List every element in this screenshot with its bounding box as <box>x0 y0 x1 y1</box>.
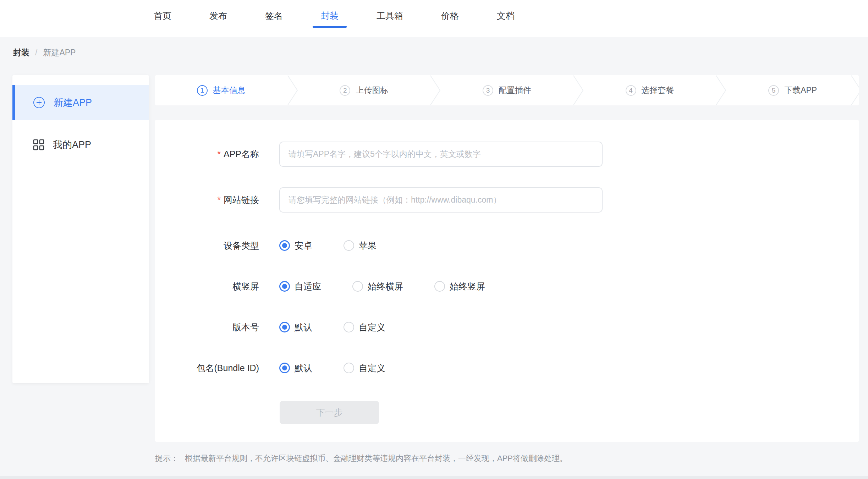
radio-unselected-icon <box>434 281 445 292</box>
form-row-orientation: 横竖屏 自适应 始终横屏 始终竖屏 <box>155 279 859 293</box>
radio-unselected-icon <box>344 240 354 251</box>
step-configure-plugins: 3 配置插件 <box>441 75 573 105</box>
form-row-device-type: 设备类型 安卓 苹果 <box>155 238 859 253</box>
form-row-app-name: *APP名称 <box>155 142 859 167</box>
radio-unselected-icon <box>344 322 354 332</box>
step-label: 下载APP <box>784 85 817 96</box>
sidebar-item-new-app[interactable]: 新建APP <box>12 85 149 120</box>
radio-option-version-default[interactable]: 默认 <box>279 321 312 333</box>
radio-label: 默认 <box>295 362 312 374</box>
step-number-badge: 2 <box>340 85 350 96</box>
radio-selected-icon <box>279 363 290 373</box>
step-label: 配置插件 <box>499 85 531 96</box>
form-row-site-url: *网站链接 <box>155 187 859 213</box>
nav-item-docs[interactable]: 文档 <box>497 10 515 37</box>
radio-label: 自定义 <box>359 321 385 333</box>
device-type-label: 设备类型 <box>155 240 259 252</box>
app-name-input[interactable] <box>279 142 603 167</box>
radio-option-bundle-custom[interactable]: 自定义 <box>344 362 385 374</box>
radio-option-android[interactable]: 安卓 <box>279 240 312 252</box>
radio-label: 始终横屏 <box>368 281 403 292</box>
radio-option-bundle-default[interactable]: 默认 <box>279 362 312 374</box>
step-label: 上传图标 <box>356 85 388 96</box>
radio-option-always-portrait[interactable]: 始终竖屏 <box>434 281 485 292</box>
chevron-right-icon <box>716 75 726 105</box>
sidebar-item-my-apps[interactable]: 我的APP <box>12 127 149 163</box>
radio-selected-icon <box>279 240 290 251</box>
plus-circle-icon <box>33 97 45 109</box>
required-asterisk: * <box>217 149 221 159</box>
form-row-bundle-id: 包名(Bundle ID) 默认 自定义 <box>155 361 859 375</box>
step-wizard: 1 基本信息 2 上传图标 3 配置插件 4 选择套餐 5 下载APP <box>155 75 859 105</box>
sidebar: 新建APP 我的APP <box>12 75 149 383</box>
radio-option-version-custom[interactable]: 自定义 <box>344 321 385 333</box>
breadcrumb-separator: / <box>35 48 37 57</box>
site-url-label: *网站链接 <box>155 194 259 206</box>
version-label: 版本号 <box>155 321 259 333</box>
step-label: 选择套餐 <box>642 85 674 96</box>
tip-text: 根据最新平台规则，不允许区块链虚拟币、金融理财类等违规内容在平台封装，一经发现，… <box>185 453 567 464</box>
nav-item-home[interactable]: 首页 <box>154 10 171 37</box>
chevron-right-icon <box>573 75 584 105</box>
nav-item-sign[interactable]: 签名 <box>265 10 283 37</box>
next-step-button[interactable]: 下一步 <box>280 401 379 424</box>
sidebar-item-label: 我的APP <box>53 138 91 151</box>
radio-selected-icon <box>279 281 290 292</box>
step-upload-icon: 2 上传图标 <box>298 75 430 105</box>
radio-label: 自定义 <box>359 362 385 374</box>
step-number-badge: 1 <box>197 85 208 96</box>
radio-option-adaptive[interactable]: 自适应 <box>279 281 321 292</box>
platform-rules-tip: 提示： 根据最新平台规则，不允许区块链虚拟币、金融理财类等违规内容在平台封装，一… <box>155 453 567 464</box>
radio-label: 始终竖屏 <box>450 281 485 292</box>
step-basic-info: 1 基本信息 <box>155 75 287 105</box>
radio-label: 默认 <box>295 321 312 333</box>
chevron-right-icon <box>430 75 441 105</box>
step-download-app: 5 下载APP <box>726 75 859 105</box>
step-number-badge: 4 <box>626 85 636 96</box>
sidebar-item-label: 新建APP <box>54 96 92 109</box>
radio-label: 苹果 <box>359 240 377 252</box>
radio-unselected-icon <box>352 281 363 292</box>
chevron-right-icon <box>287 75 298 105</box>
tip-prefix: 提示： <box>155 453 178 464</box>
site-url-input[interactable] <box>279 187 603 213</box>
radio-selected-icon <box>279 322 290 332</box>
breadcrumb: 封装 / 新建APP <box>0 38 868 67</box>
top-navbar: 首页 发布 签名 封装 工具箱 价格 文档 <box>0 0 868 37</box>
radio-unselected-icon <box>344 363 354 373</box>
bottom-band <box>0 476 868 479</box>
nav-item-package[interactable]: 封装 <box>321 10 339 37</box>
orientation-label: 横竖屏 <box>155 281 259 292</box>
required-asterisk: * <box>217 195 221 205</box>
radio-option-always-landscape[interactable]: 始终横屏 <box>352 281 403 292</box>
form-row-version: 版本号 默认 自定义 <box>155 320 859 334</box>
breadcrumb-current: 新建APP <box>43 47 76 58</box>
step-select-plan: 4 选择套餐 <box>584 75 716 105</box>
breadcrumb-section[interactable]: 封装 <box>13 47 29 58</box>
radio-option-ios[interactable]: 苹果 <box>344 240 377 252</box>
basic-info-form-panel: *APP名称 *网站链接 设备类型 安卓 苹果 横竖屏 <box>155 120 859 442</box>
radio-label: 自适应 <box>295 281 321 292</box>
radio-label: 安卓 <box>295 240 312 252</box>
chevron-right-icon <box>851 75 859 105</box>
step-label: 基本信息 <box>213 85 246 96</box>
app-name-label: *APP名称 <box>155 148 259 160</box>
bundle-id-label: 包名(Bundle ID) <box>155 362 259 374</box>
nav-item-price[interactable]: 价格 <box>441 10 459 37</box>
nav-item-publish[interactable]: 发布 <box>209 10 227 37</box>
grid-icon <box>33 139 44 150</box>
step-number-badge: 3 <box>483 85 493 96</box>
step-number-badge: 5 <box>768 85 779 96</box>
nav-item-toolbox[interactable]: 工具箱 <box>377 10 403 37</box>
